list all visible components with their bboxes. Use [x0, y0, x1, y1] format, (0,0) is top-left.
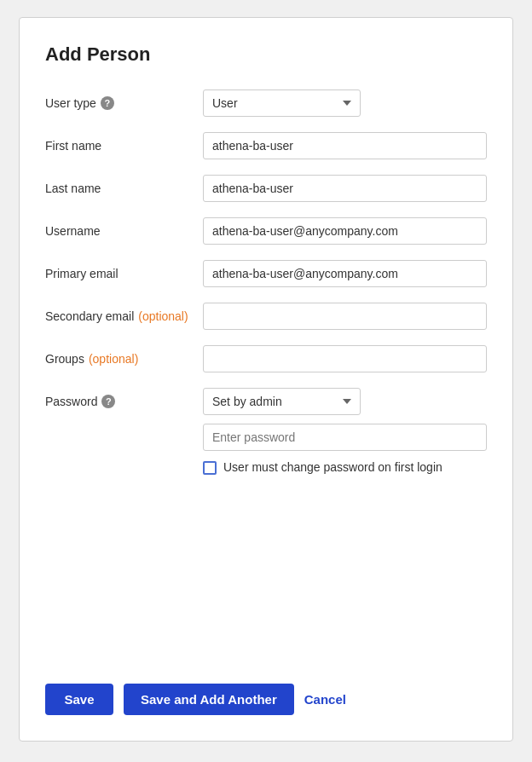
first-name-input[interactable]	[203, 132, 487, 159]
secondary-email-row: Secondary email (optional)	[45, 303, 487, 330]
user-type-select[interactable]: User Admin Guest	[203, 89, 361, 117]
password-row: Password ? Set by admin Set by user User…	[45, 388, 487, 476]
username-label: Username	[45, 224, 203, 238]
groups-label: Groups (optional)	[45, 352, 203, 366]
password-type-select[interactable]: Set by admin Set by user	[203, 388, 361, 415]
groups-input[interactable]	[203, 345, 487, 372]
first-name-label: First name	[45, 139, 203, 153]
password-input[interactable]	[203, 424, 487, 451]
password-label: Password ?	[45, 388, 203, 408]
last-name-input[interactable]	[203, 175, 487, 202]
primary-email-input[interactable]	[203, 260, 487, 287]
add-person-form: Add Person User type ? User Admin Guest …	[19, 17, 513, 742]
must-change-password-checkbox[interactable]	[203, 461, 217, 475]
page-title: Add Person	[45, 43, 487, 66]
username-field	[203, 217, 487, 245]
last-name-row: Last name	[45, 175, 487, 202]
primary-email-field	[203, 260, 487, 287]
user-type-help-icon[interactable]: ?	[101, 96, 114, 110]
primary-email-row: Primary email	[45, 260, 487, 287]
username-row: Username	[45, 217, 487, 245]
user-type-row: User type ? User Admin Guest	[45, 89, 487, 117]
save-and-add-button[interactable]: Save and Add Another	[124, 684, 294, 715]
must-change-password-label: User must change password on first login	[223, 459, 442, 476]
user-type-label: User type ?	[45, 96, 203, 110]
groups-row: Groups (optional)	[45, 345, 487, 372]
save-button[interactable]: Save	[45, 684, 113, 715]
secondary-email-input[interactable]	[203, 303, 487, 330]
secondary-email-field	[203, 303, 487, 330]
password-help-icon[interactable]: ?	[101, 395, 115, 408]
username-input[interactable]	[203, 217, 487, 245]
groups-field	[203, 345, 487, 372]
last-name-label: Last name	[45, 182, 203, 195]
password-fields: Set by admin Set by user User must chang…	[203, 388, 487, 476]
first-name-row: First name	[45, 132, 487, 159]
primary-email-label: Primary email	[45, 267, 203, 280]
cancel-button[interactable]: Cancel	[304, 692, 346, 707]
last-name-field	[203, 175, 487, 202]
user-type-field: User Admin Guest	[203, 89, 487, 117]
password-change-row: User must change password on first login	[203, 459, 487, 476]
first-name-field	[203, 132, 487, 159]
secondary-email-label: Secondary email (optional)	[45, 309, 203, 323]
button-row: Save Save and Add Another Cancel	[45, 667, 487, 715]
